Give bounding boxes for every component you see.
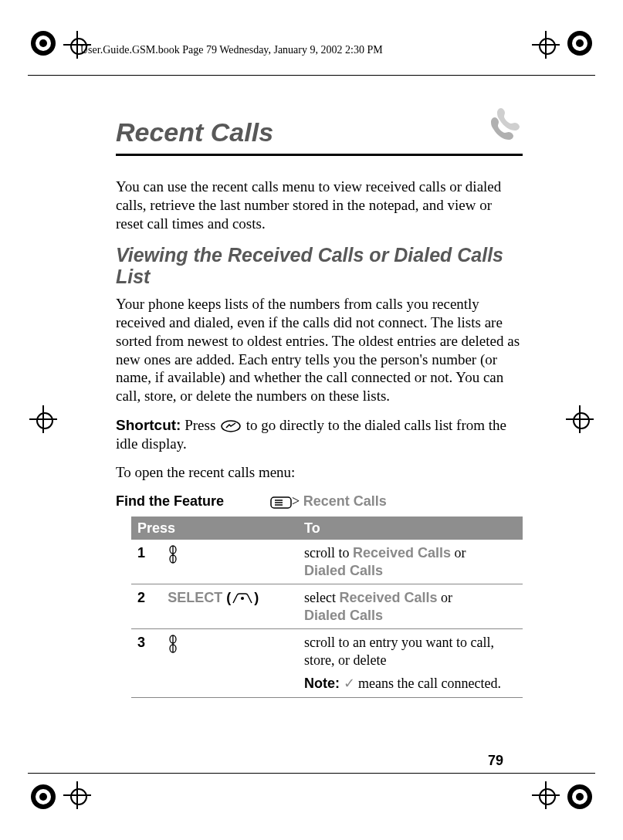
step-action: scroll to an entry you want to call, sto… (298, 629, 523, 698)
shortcut-label: Shortcut: (116, 417, 181, 433)
open-menu-line: To open the recent calls menu: (116, 463, 523, 482)
crop-target-icon (566, 783, 594, 811)
to-plain: scroll to an entry you want to call, sto… (304, 634, 516, 669)
note-label: Note: (304, 676, 340, 691)
menu-key-icon (270, 496, 292, 509)
crop-cross-icon (566, 405, 594, 433)
table-row: 2 SELECT () select Received Calls or Dia… (131, 584, 523, 629)
step-action: select Received Calls or Dialed Calls (298, 584, 523, 629)
shortcut-text-before: Press (181, 417, 219, 433)
crop-target-icon (29, 783, 57, 811)
to-mid: or (451, 545, 466, 561)
crop-cross-icon (532, 31, 560, 59)
step-action: scroll to Received Calls or Dialed Calls (298, 540, 523, 584)
to-ui1: Received Calls (353, 545, 451, 561)
chapter-title: Recent Calls (116, 117, 273, 147)
note-line: Note: ✓ means the call connected. (304, 675, 516, 693)
step-key (161, 540, 298, 584)
page-number: 79 (488, 753, 503, 769)
crop-cross-icon (29, 405, 57, 433)
feature-path: > Recent Calls (270, 493, 387, 510)
title-row: Recent Calls (116, 104, 523, 147)
col-press: Press (131, 517, 298, 540)
to-ui2: Dialed Calls (304, 563, 383, 578)
body-text: You can use the recent calls menu to vie… (116, 178, 523, 698)
step-number: 2 (131, 584, 161, 629)
note-after: means the call connected. (355, 676, 501, 691)
scroll-key-icon (168, 634, 178, 659)
table-header-row: Press To (131, 517, 523, 540)
step-number: 1 (131, 540, 161, 584)
key-label: SELECT (168, 590, 222, 605)
svg-point-11 (576, 793, 584, 801)
page-bottom-rule (28, 773, 595, 774)
steps-table: Press To 1 scroll to Received Calls or D… (131, 517, 523, 698)
svg-point-5 (576, 39, 584, 47)
softkey-icon (232, 593, 252, 604)
page: User.Guide.GSM.book Page 79 Wednesday, J… (0, 0, 623, 840)
to-ui1: Received Calls (339, 590, 437, 605)
step-number: 3 (131, 629, 161, 698)
to-before: select (304, 590, 339, 605)
step-key (161, 629, 298, 698)
svg-point-20 (241, 597, 244, 600)
feature-sep: > (292, 493, 303, 509)
title-rule (116, 154, 523, 156)
page-top-rule (28, 75, 595, 76)
step-key: SELECT () (161, 584, 298, 629)
running-header: User.Guide.GSM.book Page 79 Wednesday, J… (80, 44, 383, 56)
svg-point-2 (39, 39, 47, 47)
shortcut-paragraph: Shortcut: Press to go directly to the di… (116, 416, 523, 453)
phone-section-icon (482, 104, 523, 147)
send-key-icon (221, 420, 241, 432)
to-before: scroll to (304, 545, 353, 561)
to-mid: or (438, 590, 453, 605)
find-the-feature: Find the Feature > Recent Calls (116, 493, 523, 510)
crop-target-icon (566, 29, 594, 57)
to-ui2: Dialed Calls (304, 608, 383, 623)
content-area: Recent Calls You can use the recent call… (116, 104, 523, 740)
col-to: To (298, 517, 523, 540)
crop-cross-icon (532, 781, 560, 809)
crop-target-icon (29, 29, 57, 57)
intro-paragraph: You can use the recent calls menu to vie… (116, 178, 523, 232)
section-paragraph: Your phone keeps lists of the numbers fr… (116, 295, 523, 405)
svg-point-8 (39, 793, 47, 801)
feature-label: Find the Feature (116, 493, 270, 510)
scroll-key-icon (168, 544, 178, 569)
table-row: 1 scroll to Received Calls or Dialed Cal… (131, 540, 523, 584)
section-heading: Viewing the Received Calls or Dialed Cal… (116, 245, 523, 287)
crop-cross-icon (63, 781, 91, 809)
checkmark-icon: ✓ (344, 676, 355, 691)
table-row: 3 scroll to an entry you want to call, s… (131, 629, 523, 698)
feature-menu-name: Recent Calls (303, 493, 387, 509)
